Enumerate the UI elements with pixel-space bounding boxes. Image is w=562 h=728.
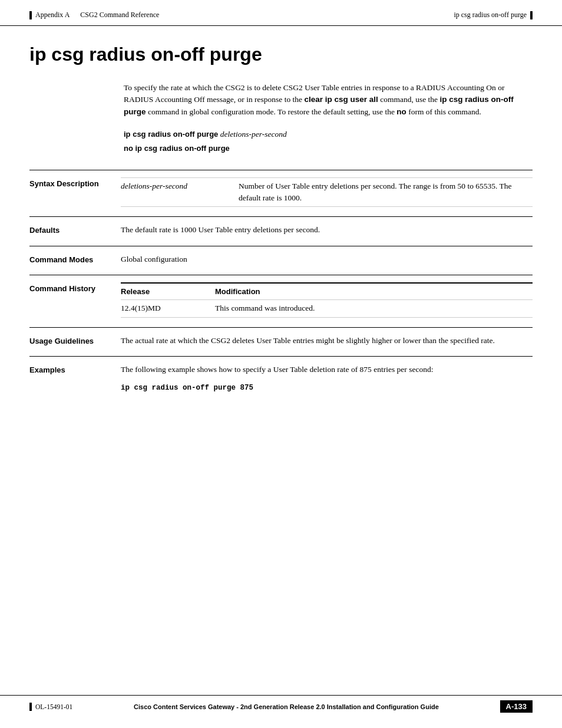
page-header: Appendix A CSG2 Command Reference ip csg… — [0, 0, 562, 26]
command-history-content: Release Modification 12.4(15)MDThis comm… — [121, 282, 533, 318]
syntax-description-section: Syntax Description deletions-per-second … — [29, 170, 533, 217]
defaults-text: The default rate is 1000 User Table entr… — [121, 225, 320, 234]
examples-code-text: ip csg radius on-off purge 875 — [121, 384, 253, 392]
history-modification: This command was introduced. — [215, 300, 533, 317]
header-bar-right — [530, 11, 533, 19]
page-title: ip csg radius on-off purge — [29, 44, 533, 65]
history-release: 12.4(15)MD — [121, 300, 215, 317]
examples-section: Examples The following example shows how… — [29, 356, 533, 403]
syntax-description-label: Syntax Description — [29, 177, 121, 207]
defaults-label: Defaults — [29, 224, 121, 236]
examples-code: ip csg radius on-off purge 875 — [121, 381, 533, 394]
breadcrumb-title: CSG2 Command Reference — [80, 11, 159, 19]
syntax-cmd1-italic: deletions-per-second — [220, 130, 287, 139]
syntax-cmd1-bold: ip csg radius on-off purge — [124, 130, 218, 139]
examples-label: Examples — [29, 364, 121, 394]
intro-bold-1: clear ip csg user all — [304, 95, 378, 104]
breadcrumb-appendix: Appendix A — [35, 11, 70, 19]
history-row: 12.4(15)MDThis command was introduced. — [121, 300, 533, 317]
syntax-table-row: deletions-per-second Number of User Tabl… — [121, 177, 533, 207]
syntax-commands: ip csg radius on-off purge deletions-per… — [124, 130, 533, 153]
history-table-head: Release Modification — [121, 283, 533, 300]
examples-content: The following example shows how to speci… — [121, 364, 533, 394]
main-content: ip csg radius on-off purge To specify th… — [0, 26, 562, 450]
command-history-section: Command History Release Modification 12.… — [29, 275, 533, 327]
footer-center: Cisco Content Services Gateway - 2nd Gen… — [72, 703, 500, 710]
footer-left-text: OL-15491-01 — [35, 703, 72, 710]
intro-section: To specify the rate at which the CSG2 is… — [124, 82, 533, 118]
history-header-row: Release Modification — [121, 283, 533, 300]
footer-bar-left — [29, 703, 32, 711]
col-release: Release — [121, 283, 215, 300]
intro-text-3: command in global configuration mode. To… — [146, 107, 397, 116]
intro-bold-3: no — [396, 107, 406, 116]
footer-left: OL-15491-01 — [29, 703, 72, 711]
syntax-table: deletions-per-second Number of User Tabl… — [121, 177, 533, 207]
syntax-cmd2-bold: no ip csg radius on-off purge — [124, 144, 230, 153]
command-modes-text: Global configuration — [121, 255, 187, 263]
page-footer: OL-15491-01 Cisco Content Services Gatew… — [0, 695, 562, 717]
header-right: ip csg radius on-off purge — [454, 11, 533, 19]
syntax-description-content: deletions-per-second Number of User Tabl… — [121, 177, 533, 207]
command-modes-section: Command Modes Global configuration — [29, 246, 533, 275]
examples-intro: The following example shows how to speci… — [121, 364, 533, 375]
footer-right: A-133 — [500, 700, 533, 713]
intro-text-4: form of this command. — [406, 107, 481, 116]
header-bar-left — [29, 11, 32, 19]
defaults-section: Defaults The default rate is 1000 User T… — [29, 216, 533, 245]
defaults-content: The default rate is 1000 User Table entr… — [121, 224, 533, 236]
history-table: Release Modification 12.4(15)MDThis comm… — [121, 282, 533, 318]
history-table-body: 12.4(15)MDThis command was introduced. — [121, 300, 533, 317]
syntax-line-1: ip csg radius on-off purge deletions-per… — [124, 130, 533, 139]
command-modes-label: Command Modes — [29, 253, 121, 265]
command-modes-content: Global configuration — [121, 253, 533, 265]
syntax-line-2: no ip csg radius on-off purge — [124, 144, 533, 153]
usage-guidelines-section: Usage Guidelines The actual rate at whic… — [29, 327, 533, 356]
syntax-param: deletions-per-second — [121, 177, 239, 207]
header-left: Appendix A CSG2 Command Reference — [29, 11, 159, 19]
usage-guidelines-text: The actual rate at which the CSG2 delete… — [121, 336, 495, 345]
intro-paragraph: To specify the rate at which the CSG2 is… — [124, 82, 533, 118]
syntax-desc: Number of User Table entry deletions per… — [239, 177, 533, 207]
intro-text-2: command, use the — [378, 95, 440, 104]
command-history-label: Command History — [29, 282, 121, 318]
usage-guidelines-label: Usage Guidelines — [29, 335, 121, 347]
header-right-text: ip csg radius on-off purge — [454, 11, 527, 19]
usage-guidelines-content: The actual rate at which the CSG2 delete… — [121, 335, 533, 347]
col-modification: Modification — [215, 283, 533, 300]
